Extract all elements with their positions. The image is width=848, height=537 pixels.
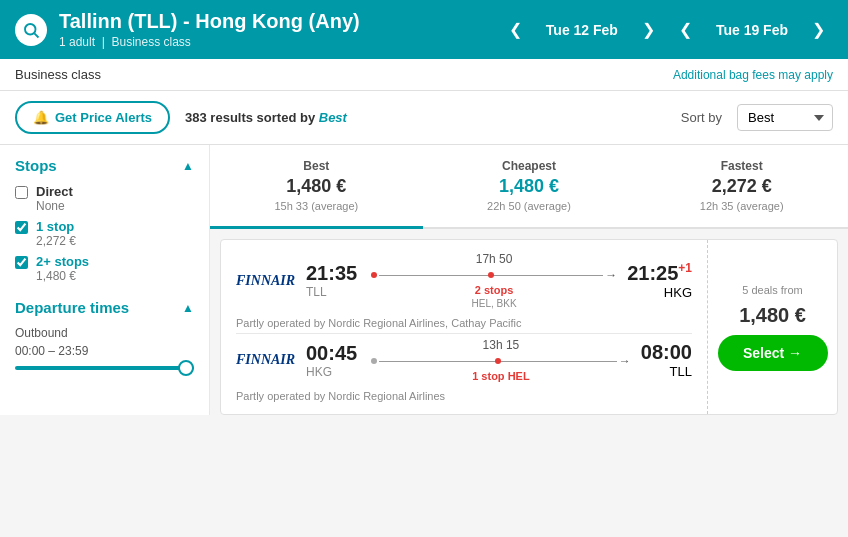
return-depart-time: 00:45: [306, 342, 361, 365]
flight-divider: [236, 333, 692, 334]
tab-best-price: 1,480 €: [220, 176, 413, 197]
stops-filter: Stops ▲ Direct None 1 stop 2,272 €: [15, 157, 194, 283]
bell-icon: 🔔: [33, 110, 49, 125]
tab-cheapest-avg: 22h 50 (average): [433, 200, 626, 212]
header-details: 1 adult | Business class: [59, 35, 501, 49]
toolbar: 🔔 Get Price Alerts 383 results sorted by…: [0, 91, 848, 145]
sort-dropdown[interactable]: Best Cheapest Fastest: [737, 104, 833, 131]
return-flight-duration: 13h 15: [483, 338, 520, 352]
stops-chevron-icon: ▲: [182, 159, 194, 173]
outbound-range: 00:00 – 23:59: [15, 344, 194, 358]
route-line-inner: [379, 275, 603, 276]
outbound-flight-row: FINNAIR 21:35 TLL 17h 50 →: [236, 252, 692, 309]
two-plus-stops-name: 2+ stops: [36, 254, 89, 269]
flight-price-panel: 5 deals from 1,480 € Select →: [707, 240, 837, 414]
arrive-plus: +1: [678, 261, 692, 275]
direct-checkbox[interactable]: [15, 186, 28, 199]
price-amount: 1,480 €: [739, 304, 806, 327]
direct-stop-price: None: [36, 199, 73, 213]
return-arrive-info: 08:00 TLL: [641, 341, 692, 379]
results-count-text: 383 results sorted by: [185, 110, 315, 125]
return-arrive-airport: TLL: [670, 364, 692, 379]
route-dot-left: [371, 272, 377, 278]
content-area: Best 1,480 € 15h 33 (average) Cheapest 1…: [210, 145, 848, 415]
stops-count: 2 stops: [475, 284, 514, 296]
depart-time: 21:35: [306, 262, 361, 285]
direct-stop-name: Direct: [36, 184, 73, 199]
return-route-dot-mid: [495, 358, 501, 364]
route-line: →: [371, 268, 617, 282]
two-plus-stops-checkbox[interactable]: [15, 256, 28, 269]
flight-route: 17h 50 → 2 stops HEL, BKK: [371, 252, 617, 309]
price-alert-label: Get Price Alerts: [55, 110, 152, 125]
one-stop-checkbox[interactable]: [15, 221, 28, 234]
bag-fees-link[interactable]: Additional bag fees may apply: [673, 68, 833, 82]
header-title: Tallinn (TLL) - Hong Kong (Any) 1 adult …: [59, 10, 501, 49]
search-icon[interactable]: [15, 14, 47, 46]
deals-from-label: 5 deals from: [742, 284, 803, 296]
results-count: 383 results sorted by Best: [185, 110, 666, 125]
class-label: Business class: [111, 35, 190, 49]
tab-fastest[interactable]: Fastest 2,272 € 12h 35 (average): [635, 145, 848, 229]
tab-best[interactable]: Best 1,480 € 15h 33 (average): [210, 145, 423, 229]
sort-label: Sort by: [681, 110, 722, 125]
prev-date-to-arrow[interactable]: ❮: [671, 16, 700, 43]
tab-fastest-avg: 12h 35 (average): [645, 200, 838, 212]
return-depart-info: 00:45 HKG: [306, 342, 361, 379]
airline-logo: FINNAIR: [236, 273, 296, 289]
return-route-dot-left: [371, 358, 377, 364]
return-arrive-time: 08:00: [641, 341, 692, 364]
next-date-from-arrow[interactable]: ❯: [634, 16, 663, 43]
one-stop-name: 1 stop: [36, 219, 76, 234]
stops-filter-title[interactable]: Stops ▲: [15, 157, 194, 174]
price-alert-button[interactable]: 🔔 Get Price Alerts: [15, 101, 170, 134]
depart-airport: TLL: [306, 285, 361, 299]
date-from: Tue 12 Feb: [538, 22, 626, 38]
tab-fastest-label: Fastest: [645, 159, 838, 173]
route-dot-mid: [488, 272, 494, 278]
arrive-airport: HKG: [664, 285, 692, 300]
tab-cheapest-label: Cheapest: [433, 159, 626, 173]
tab-cheapest[interactable]: Cheapest 1,480 € 22h 50 (average): [423, 145, 636, 229]
next-date-to-arrow[interactable]: ❯: [804, 16, 833, 43]
prev-date-from-arrow[interactable]: ❮: [501, 16, 530, 43]
return-flight-route: 13h 15 → 1 stop HEL: [371, 338, 631, 382]
date-to: Tue 19 Feb: [708, 22, 796, 38]
departure-filter-title[interactable]: Departure times ▲: [15, 299, 194, 316]
adults-count: 1 adult: [59, 35, 95, 49]
sub-header: Business class Additional bag fees may a…: [0, 59, 848, 91]
cabin-class: Business class: [15, 67, 101, 82]
flight-result-card: FINNAIR 21:35 TLL 17h 50 →: [220, 239, 838, 415]
depart-info: 21:35 TLL: [306, 262, 361, 299]
route-title: Tallinn (TLL) - Hong Kong (Any): [59, 10, 501, 33]
return-route-arrow-icon: →: [619, 354, 631, 368]
flight-main-info: FINNAIR 21:35 TLL 17h 50 →: [221, 240, 707, 414]
tab-cheapest-price: 1,480 €: [433, 176, 626, 197]
operated-by-outbound: Partly operated by Nordic Regional Airli…: [236, 317, 692, 329]
one-stop-filter-item: 1 stop 2,272 €: [15, 219, 194, 248]
sidebar: Stops ▲ Direct None 1 stop 2,272 €: [0, 145, 210, 415]
departure-chevron-icon: ▲: [182, 301, 194, 315]
main-layout: Stops ▲ Direct None 1 stop 2,272 €: [0, 145, 848, 415]
return-route-line: →: [371, 354, 631, 368]
outbound-label: Outbound: [15, 326, 194, 340]
price-tabs: Best 1,480 € 15h 33 (average) Cheapest 1…: [210, 145, 848, 229]
tab-best-avg: 15h 33 (average): [220, 200, 413, 212]
return-stops-count: 1 stop HEL: [472, 370, 529, 382]
stops-airports: HEL, BKK: [472, 298, 517, 309]
direct-filter-item: Direct None: [15, 184, 194, 213]
tab-best-label: Best: [220, 159, 413, 173]
arrive-time: 21:25+1: [627, 261, 692, 285]
return-route-line-inner: [379, 361, 617, 362]
return-depart-airport: HKG: [306, 365, 361, 379]
select-button[interactable]: Select →: [718, 335, 828, 371]
svg-point-0: [25, 24, 36, 35]
two-plus-stops-filter-item: 2+ stops 1,480 €: [15, 254, 194, 283]
return-airline-logo: FINNAIR: [236, 352, 296, 368]
operated-by-return: Partly operated by Nordic Regional Airli…: [236, 390, 692, 402]
one-stop-price: 2,272 €: [36, 234, 76, 248]
time-slider-thumb[interactable]: [178, 360, 194, 376]
time-slider[interactable]: [15, 366, 194, 370]
tab-fastest-price: 2,272 €: [645, 176, 838, 197]
route-arrow-icon: →: [605, 268, 617, 282]
